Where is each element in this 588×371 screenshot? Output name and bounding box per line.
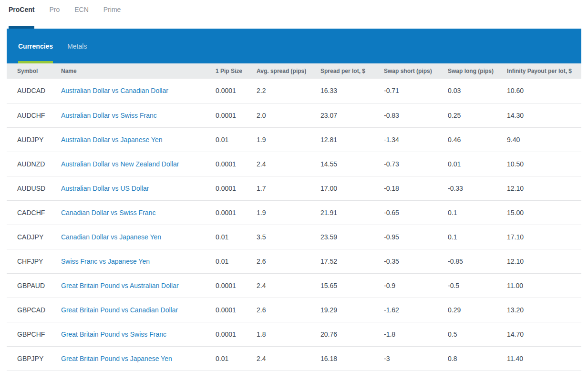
- swap-long-cell: 0.03: [448, 79, 507, 103]
- avg-spread-cell: 2.2: [257, 79, 320, 103]
- instrument-name-link[interactable]: Great Britain Pound vs Australian Dollar: [61, 282, 179, 289]
- spread-per-lot-cell: 15.65: [320, 273, 384, 298]
- swap-short-cell: -0.73: [384, 152, 448, 176]
- instrument-name-link[interactable]: Australian Dollar vs Swiss Franc: [61, 112, 157, 119]
- instrument-name-link[interactable]: Great Britain Pound vs Swiss Franc: [61, 330, 166, 338]
- table-row: CADCHFCanadian Dollar vs Swiss Franc0.00…: [7, 200, 581, 225]
- avg-spread-cell: 1.9: [257, 200, 320, 225]
- instrument-name-link[interactable]: Swiss Franc vs Japanese Yen: [61, 258, 150, 265]
- infinity-payout-cell: 15.00: [507, 200, 581, 225]
- symbol-cell: CHFJPY: [7, 249, 61, 273]
- col-name: Name: [61, 63, 216, 79]
- swap-short-cell: -0.35: [384, 249, 448, 273]
- name-cell: Great Britain Pound vs Swiss Franc: [61, 322, 216, 346]
- swap-long-cell: -0.33: [448, 176, 507, 200]
- spread-per-lot-cell: 17.52: [320, 249, 384, 273]
- avg-spread-cell: 1.9: [257, 127, 320, 152]
- table-header: Symbol Name 1 Pip Size Avg. spread (pips…: [7, 63, 581, 79]
- instrument-name-link[interactable]: Great Britain Pound vs Canadian Dollar: [61, 306, 178, 314]
- infinity-payout-cell: 11.00: [507, 273, 581, 298]
- col-infinity-payout: Infinity Payout per lot, $: [507, 63, 581, 79]
- avg-spread-cell: 3.5: [257, 225, 320, 249]
- pip-size-cell: 0.01: [216, 225, 257, 249]
- spread-per-lot-cell: 23.07: [320, 103, 384, 127]
- table-row: CADJPYCanadian Dollar vs Japanese Yen0.0…: [7, 225, 581, 249]
- spread-per-lot-cell: 14.55: [320, 152, 384, 176]
- name-cell: Australian Dollar vs Japanese Yen: [61, 127, 216, 152]
- table-row: AUDNZDAustralian Dollar vs New Zealand D…: [7, 152, 581, 176]
- instrument-name-link[interactable]: Canadian Dollar vs Japanese Yen: [61, 233, 161, 241]
- swap-long-cell: 0.29: [448, 298, 507, 322]
- tab-ecn[interactable]: ECN: [74, 6, 89, 29]
- col-swap-long: Swap long (pips): [448, 63, 507, 79]
- infinity-payout-cell: 12.10: [507, 249, 581, 273]
- instrument-name-link[interactable]: Canadian Dollar vs Swiss Franc: [61, 209, 155, 216]
- instrument-name-link[interactable]: Great Britain Pound vs Japanese Yen: [61, 355, 172, 362]
- swap-short-cell: -1.8: [384, 322, 448, 346]
- symbol-cell: GBPCHF: [7, 322, 61, 346]
- col-pip-size: 1 Pip Size: [216, 63, 257, 79]
- tab-currencies[interactable]: Currencies: [18, 29, 53, 63]
- symbol-cell: GBPCAD: [7, 298, 61, 322]
- instrument-name-link[interactable]: Australian Dollar vs Japanese Yen: [61, 136, 162, 144]
- symbol-cell: AUDCHF: [7, 103, 61, 127]
- table-row: GBPCHFGreat Britain Pound vs Swiss Franc…: [7, 322, 581, 346]
- swap-long-cell: -0.85: [448, 249, 507, 273]
- symbol-cell: GBPAUD: [7, 273, 61, 298]
- tab-metals[interactable]: Metals: [67, 29, 87, 63]
- infinity-payout-cell: 14.70: [507, 322, 581, 346]
- symbol-cell: GBPJPY: [7, 346, 61, 371]
- symbol-cell: AUDJPY: [7, 127, 61, 152]
- account-type-tabs: ProCent Pro ECN Prime: [0, 0, 588, 29]
- spread-per-lot-cell: 19.29: [320, 298, 384, 322]
- name-cell: Australian Dollar vs Swiss Franc: [61, 103, 216, 127]
- symbol-cell: AUDNZD: [7, 152, 61, 176]
- instrument-name-link[interactable]: Australian Dollar vs US Dollar: [61, 185, 149, 192]
- tab-procent[interactable]: ProCent: [9, 6, 34, 29]
- instrument-name-link[interactable]: Australian Dollar vs New Zealand Dollar: [61, 160, 179, 168]
- swap-short-cell: -0.9: [384, 273, 448, 298]
- pip-size-cell: 0.0001: [216, 79, 257, 103]
- symbol-cell: CADCHF: [7, 200, 61, 225]
- avg-spread-cell: 2.4: [257, 273, 320, 298]
- tab-prime[interactable]: Prime: [103, 6, 121, 29]
- swap-short-cell: -3: [384, 346, 448, 371]
- avg-spread-cell: 2.4: [257, 346, 320, 371]
- spread-per-lot-cell: 21.91: [320, 200, 384, 225]
- name-cell: Canadian Dollar vs Japanese Yen: [61, 225, 216, 249]
- instrument-name-link[interactable]: Australian Dollar vs Canadian Dollar: [61, 87, 168, 94]
- spread-per-lot-cell: 16.33: [320, 79, 384, 103]
- pip-size-cell: 0.0001: [216, 176, 257, 200]
- table-row: AUDCADAustralian Dollar vs Canadian Doll…: [7, 79, 581, 103]
- swap-short-cell: -0.65: [384, 200, 448, 225]
- swap-long-cell: 0.5: [448, 322, 507, 346]
- name-cell: Swiss Franc vs Japanese Yen: [61, 249, 216, 273]
- infinity-payout-cell: 17.10: [507, 225, 581, 249]
- symbol-cell: CADJPY: [7, 225, 61, 249]
- instrument-table-body: AUDCADAustralian Dollar vs Canadian Doll…: [7, 79, 581, 371]
- swap-short-cell: -0.71: [384, 79, 448, 103]
- col-spread-per-lot: Spread per lot, $: [320, 63, 384, 79]
- infinity-payout-cell: 9.40: [507, 127, 581, 152]
- swap-long-cell: 0.25: [448, 103, 507, 127]
- swap-long-cell: 0.1: [448, 225, 507, 249]
- pip-size-cell: 0.0001: [216, 298, 257, 322]
- pip-size-cell: 0.01: [216, 127, 257, 152]
- infinity-payout-cell: 13.20: [507, 298, 581, 322]
- symbol-cell: AUDCAD: [7, 79, 61, 103]
- pip-size-cell: 0.0001: [216, 152, 257, 176]
- table-row: AUDUSDAustralian Dollar vs US Dollar0.00…: [7, 176, 581, 200]
- swap-short-cell: -0.18: [384, 176, 448, 200]
- table-row: AUDJPYAustralian Dollar vs Japanese Yen0…: [7, 127, 581, 152]
- table-row: AUDCHFAustralian Dollar vs Swiss Franc0.…: [7, 103, 581, 127]
- infinity-payout-cell: 10.60: [507, 79, 581, 103]
- tab-pro[interactable]: Pro: [49, 6, 60, 29]
- swap-long-cell: 0.1: [448, 200, 507, 225]
- pip-size-cell: 0.0001: [216, 322, 257, 346]
- infinity-payout-cell: 11.40: [507, 346, 581, 371]
- spread-per-lot-cell: 20.76: [320, 322, 384, 346]
- swap-long-cell: 0.46: [448, 127, 507, 152]
- spec-page: ProCent Pro ECN Prime Currencies Metals: [0, 0, 588, 371]
- avg-spread-cell: 2.6: [257, 249, 320, 273]
- name-cell: Great Britain Pound vs Japanese Yen: [61, 346, 216, 371]
